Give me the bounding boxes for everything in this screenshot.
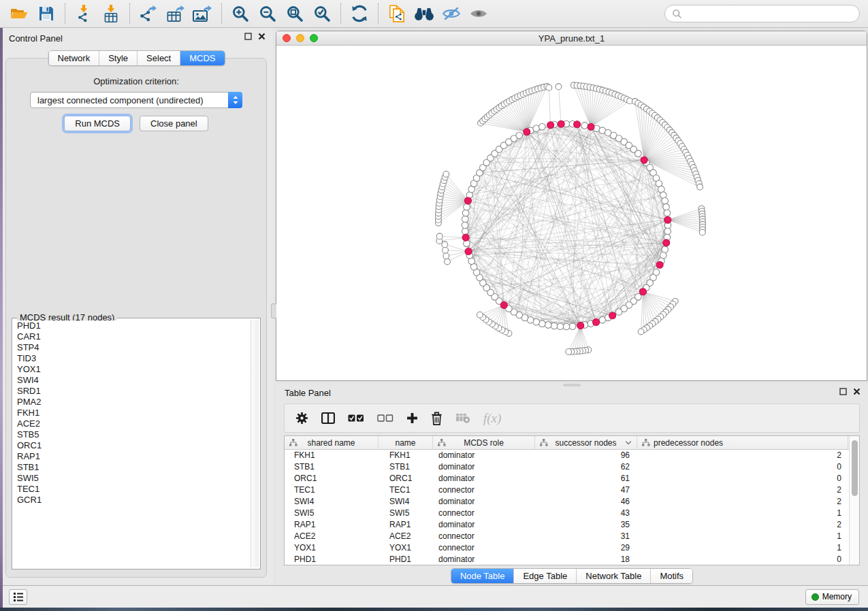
network-hub-node[interactable] [664, 216, 671, 223]
network-node[interactable] [662, 198, 669, 205]
float-window-icon[interactable] [244, 33, 252, 40]
zoom-fit-button[interactable] [281, 2, 308, 25]
zoom-out-button[interactable] [254, 2, 281, 25]
network-hub-node[interactable] [500, 301, 507, 308]
network-hub-node[interactable] [462, 234, 469, 241]
mcds-list-scrollbar[interactable] [251, 320, 259, 567]
delete-table-button[interactable] [455, 413, 470, 423]
close-panel-button[interactable]: Close panel [140, 116, 208, 131]
mcds-result-item[interactable]: SWI5 [14, 473, 250, 484]
table-row[interactable]: STB1STB1dominator620 [285, 461, 849, 473]
import-network-button[interactable] [70, 2, 97, 25]
mcds-result-item[interactable]: CAR1 [14, 331, 250, 342]
tab-network-table[interactable]: Network Table [576, 569, 650, 583]
network-node[interactable] [539, 320, 546, 327]
network-hub-node[interactable] [639, 288, 646, 295]
tab-style[interactable]: Style [99, 51, 137, 65]
eye-button[interactable] [465, 2, 492, 25]
network-hub-node[interactable] [558, 120, 564, 127]
delete-column-button[interactable] [431, 412, 443, 425]
network-leaf-node[interactable] [443, 247, 449, 253]
zoom-selected-button[interactable] [308, 2, 336, 25]
network-hub-node[interactable] [465, 248, 472, 255]
network-hub-node[interactable] [588, 123, 594, 130]
network-node[interactable] [464, 203, 470, 210]
mcds-result-item[interactable]: RAP1 [14, 451, 250, 462]
close-panel-icon[interactable] [258, 33, 266, 40]
network-leaf-node[interactable] [477, 312, 483, 318]
add-column-button[interactable] [406, 412, 418, 424]
table-row[interactable]: RAP1RAP1dominator352 [285, 519, 849, 531]
network-node[interactable] [664, 210, 671, 216]
network-node[interactable] [545, 322, 551, 329]
network-node[interactable] [551, 323, 558, 329]
table-row[interactable]: SWI5SWI5connector431 [285, 508, 849, 519]
network-hub-node[interactable] [656, 261, 663, 268]
tab-mcds[interactable]: MCDS [180, 51, 224, 65]
column-header-mcds-role[interactable]: MCDS role [433, 436, 535, 449]
network-node[interactable] [663, 203, 670, 210]
mcds-result-item[interactable]: PHD1 [14, 320, 250, 331]
mcds-result-item[interactable]: PMA2 [14, 397, 250, 408]
table-scrollbar-thumb[interactable] [852, 440, 858, 496]
eye-slash-button[interactable] [438, 2, 465, 25]
network-hub-node[interactable] [609, 312, 616, 319]
network-node[interactable] [462, 210, 469, 216]
network-node[interactable] [557, 323, 564, 330]
network-leaf-node[interactable] [445, 259, 451, 265]
network-hub-node[interactable] [663, 240, 670, 246]
mcds-result-item[interactable]: STP4 [14, 342, 250, 353]
export-network-button[interactable] [135, 2, 162, 25]
network-node[interactable] [462, 228, 468, 235]
network-node[interactable] [569, 323, 576, 330]
table-row[interactable]: FKH1FKH1dominator962 [285, 450, 849, 461]
network-leaf-node[interactable] [638, 329, 644, 335]
show-columns-button[interactable] [321, 412, 335, 424]
network-node[interactable] [539, 124, 546, 131]
deselect-all-columns-button[interactable] [377, 414, 393, 422]
mcds-result-item[interactable]: GCR1 [14, 495, 250, 506]
network-node[interactable] [581, 122, 588, 129]
network-node[interactable] [533, 125, 540, 132]
table-row[interactable]: PHD1PHD1dominator180 [285, 554, 849, 565]
column-header-predecessor-nodes[interactable]: predecessor nodes [637, 436, 848, 449]
network-window-titlebar[interactable]: YPA_prune.txt_1 [276, 31, 867, 46]
network-leaf-node[interactable] [442, 242, 448, 248]
network-node[interactable] [662, 246, 669, 253]
network-hub-node[interactable] [547, 122, 554, 129]
close-panel-icon[interactable] [853, 388, 861, 395]
mcds-result-item[interactable]: ORC1 [14, 440, 250, 451]
mcds-result-item[interactable]: TEC1 [14, 484, 250, 495]
table-row[interactable]: YOX1YOX1connector291 [285, 542, 849, 554]
network-leaf-node[interactable] [697, 184, 703, 190]
mcds-result-item[interactable]: FKH1 [14, 408, 250, 418]
network-node[interactable] [516, 132, 523, 139]
network-node[interactable] [462, 216, 468, 222]
network-leaf-node[interactable] [699, 229, 705, 235]
open-file-button[interactable] [5, 2, 33, 25]
network-hub-node[interactable] [574, 121, 581, 128]
network-hub-node[interactable] [524, 129, 530, 135]
table-scrollbar[interactable] [849, 436, 859, 565]
search-input[interactable] [686, 9, 852, 19]
document-share-button[interactable] [383, 2, 411, 25]
mcds-result-item[interactable]: SWI4 [14, 375, 250, 386]
mcds-result-item[interactable]: YOX1 [14, 364, 250, 375]
network-node[interactable] [660, 192, 666, 199]
refresh-button[interactable] [346, 2, 373, 25]
column-header-name[interactable]: name [379, 436, 433, 449]
network-hub-node[interactable] [577, 323, 584, 329]
network-leaf-node[interactable] [436, 233, 443, 240]
network-leaf-node[interactable] [546, 84, 552, 90]
tab-node-table[interactable]: Node Table [451, 569, 514, 583]
select-all-columns-button[interactable] [348, 414, 364, 422]
column-header-successor-nodes[interactable]: successor nodes [535, 436, 637, 449]
criterion-dropdown[interactable]: largest connected component (undirected) [30, 92, 242, 108]
network-node[interactable] [563, 323, 570, 330]
network-leaf-node[interactable] [556, 84, 562, 90]
tab-select[interactable]: Select [137, 51, 180, 65]
mcds-result-item[interactable]: SRD1 [14, 386, 250, 397]
run-mcds-button[interactable]: Run MCDS [64, 116, 131, 131]
mcds-result-item[interactable]: STB5 [14, 429, 250, 440]
float-window-icon[interactable] [839, 388, 847, 395]
